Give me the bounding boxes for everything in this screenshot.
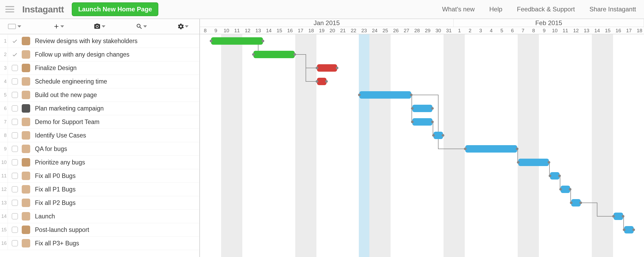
bar-start-handle[interactable] [549,175,551,177]
task-checkbox[interactable] [12,146,18,152]
task-checkbox[interactable] [12,227,18,233]
assignee-avatar[interactable] [22,145,30,153]
bar-start-handle[interactable] [210,40,212,42]
task-row[interactable]: 6Plan marketing campaign [0,102,199,115]
bar-start-handle[interactable] [316,80,318,83]
assignee-avatar[interactable] [22,131,30,140]
task-checkbox[interactable] [12,92,18,98]
project-button[interactable]: Launch New Home Page [72,2,158,16]
gantt-bar[interactable] [465,145,517,153]
task-row[interactable]: 3Finalize Design [0,61,199,75]
assignee-avatar[interactable] [22,212,30,221]
bar-end-handle[interactable] [442,134,444,137]
zoom-button[interactable] [136,23,147,30]
task-checkbox[interactable] [12,51,18,58]
task-row[interactable]: 10Prioritize any bugs [0,156,199,169]
task-checkbox[interactable] [12,213,18,219]
task-name[interactable]: Launch [35,213,55,220]
gantt-bar[interactable] [317,64,337,72]
link-help[interactable]: Help [489,6,502,13]
task-checkbox[interactable] [12,65,18,71]
bar-end-handle[interactable] [293,53,296,56]
task-checkbox[interactable] [12,186,18,192]
gantt-body[interactable] [200,34,644,257]
camera-button[interactable] [93,23,105,30]
bar-end-handle[interactable] [336,67,338,69]
task-row[interactable]: 14Launch [0,210,199,223]
task-row[interactable]: 2Follow up with any design changes [0,48,199,61]
gantt-bar[interactable] [211,37,263,45]
task-row[interactable]: 13Fix all P2 Bugs [0,196,199,210]
bar-end-handle[interactable] [632,228,635,231]
assignee-avatar[interactable] [22,118,30,126]
task-checkbox[interactable] [12,105,18,112]
gantt-bar[interactable] [253,51,295,58]
gantt-bar[interactable] [550,172,560,180]
gantt-bar[interactable] [412,118,432,126]
link-feedback[interactable]: Feedback & Support [517,6,575,13]
assignee-avatar[interactable] [22,104,30,113]
task-name[interactable]: Plan marketing campaign [35,105,104,112]
task-name[interactable]: Fix all P2 Bugs [35,199,75,206]
task-checkbox[interactable] [12,159,18,166]
bar-end-handle[interactable] [579,201,582,204]
task-checkbox[interactable] [12,78,18,85]
assignee-avatar[interactable] [22,37,30,45]
settings-button[interactable] [177,23,189,30]
task-row[interactable]: 12Fix all P1 Bugs [0,183,199,196]
task-name[interactable]: Follow up with any design changes [35,51,129,58]
task-row[interactable]: 4Schedule engineering time [0,75,199,88]
bar-start-handle[interactable] [517,161,520,164]
bar-start-handle[interactable] [464,148,467,150]
bar-end-handle[interactable] [431,107,434,110]
menu-icon[interactable] [5,6,14,12]
bar-start-handle[interactable] [411,121,414,123]
task-checkbox[interactable] [12,119,18,125]
task-name[interactable]: Post-launch support [35,226,89,233]
task-name[interactable]: Prioritize any bugs [35,159,85,166]
gantt-bar[interactable] [561,186,570,193]
assignee-avatar[interactable] [22,158,30,167]
link-share[interactable]: Share Instagantt [589,6,636,13]
bar-end-handle[interactable] [558,175,561,177]
bar-start-handle[interactable] [316,67,318,69]
assignee-avatar[interactable] [22,91,30,99]
assignee-avatar[interactable] [22,50,30,59]
assignee-avatar[interactable] [22,172,30,180]
bar-end-handle[interactable] [262,40,264,42]
gantt-bar[interactable] [359,91,411,99]
bar-end-handle[interactable] [516,148,518,150]
task-row[interactable]: 11Fix all P0 Bugs [0,169,199,183]
bar-end-handle[interactable] [548,161,550,164]
bar-start-handle[interactable] [432,134,435,137]
gantt-bar[interactable] [614,213,623,220]
task-checkbox[interactable] [12,38,18,44]
assignee-avatar[interactable] [22,77,30,86]
assignee-avatar[interactable] [22,239,30,247]
task-name[interactable]: Schedule engineering time [35,78,107,85]
gantt-bar[interactable] [571,199,581,206]
task-checkbox[interactable] [12,132,18,139]
gantt-bar[interactable] [433,132,443,139]
add-button[interactable] [53,23,64,30]
gantt-bar[interactable] [317,78,327,85]
task-name[interactable]: Identify Use Cases [35,132,86,139]
task-checkbox[interactable] [12,240,18,246]
task-name[interactable]: Demo for Support Team [35,118,100,126]
task-row[interactable]: 7Demo for Support Team [0,115,199,129]
task-row[interactable]: 9QA for bugs [0,142,199,156]
bar-start-handle[interactable] [570,201,573,204]
gantt-bar[interactable] [518,159,549,166]
assignee-avatar[interactable] [22,185,30,194]
task-name[interactable]: Fix all P3+ Bugs [35,240,79,247]
bar-start-handle[interactable] [252,53,255,56]
task-name[interactable]: Fix all P1 Bugs [35,186,75,193]
task-row[interactable]: 15Post-launch support [0,223,199,237]
bar-start-handle[interactable] [411,107,414,110]
assignee-avatar[interactable] [22,226,30,234]
bar-end-handle[interactable] [410,94,413,96]
task-row[interactable]: 1Review designs with key stakeholders [0,34,199,48]
task-checkbox[interactable] [12,200,18,206]
bar-start-handle[interactable] [612,215,615,218]
select-all-checkbox[interactable] [0,24,21,29]
